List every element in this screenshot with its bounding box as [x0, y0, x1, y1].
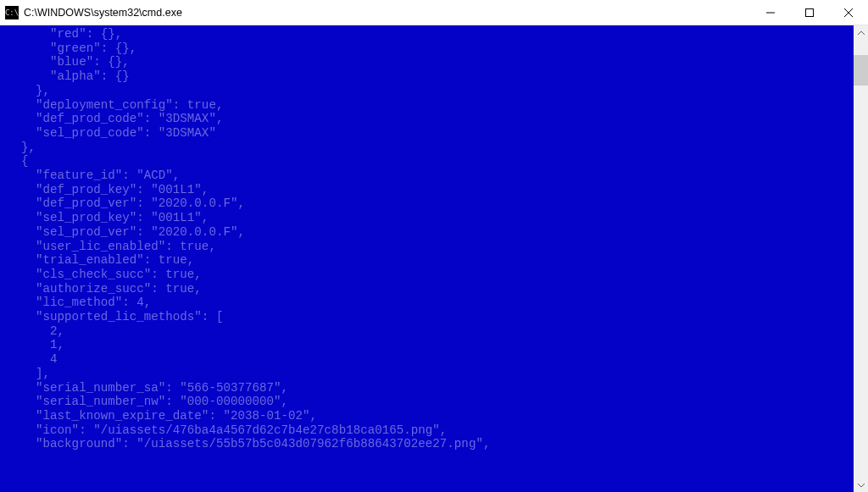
scroll-down-button[interactable] [854, 478, 868, 492]
maximize-icon [805, 8, 814, 17]
terminal-line: "red": {}, [7, 27, 854, 41]
terminal-line: "cls_check_succ": true, [7, 268, 854, 282]
terminal-line: "sel_prod_ver": "2020.0.0.F", [7, 225, 854, 240]
terminal-line: "user_lic_enabled": true, [7, 240, 854, 254]
terminal-line: "sel_prod_key": "001L1", [7, 211, 854, 225]
terminal-line: 2, [7, 324, 854, 339]
terminal-line: 4 [7, 352, 854, 367]
terminal-line: }, [7, 84, 854, 98]
terminal-line: 1, [7, 338, 854, 352]
svg-rect-1 [806, 8, 814, 16]
terminal-line: "serial_number_sa": "566-50377687", [7, 381, 854, 395]
minimize-button[interactable] [751, 0, 790, 25]
terminal-line: "supported_lic_methods": [ [7, 310, 854, 324]
terminal-line: "lic_method": 4, [7, 296, 854, 310]
terminal-line: "feature_id": "ACD", [7, 169, 854, 183]
minimize-icon [766, 8, 775, 17]
app-icon: C:\ [5, 6, 19, 19]
close-button[interactable] [829, 0, 868, 25]
window-titlebar: C:\ C:\WINDOWS\system32\cmd.exe [0, 0, 868, 25]
terminal-line: "blue": {}, [7, 55, 854, 69]
chevron-down-icon [858, 484, 865, 487]
maximize-button[interactable] [790, 0, 829, 25]
chevron-up-icon [858, 31, 865, 35]
scroll-up-button[interactable] [854, 25, 868, 40]
terminal-line: "def_prod_key": "001L1", [7, 183, 854, 197]
terminal-line: "trial_enabled": true, [7, 253, 854, 268]
terminal-line: "def_prod_code": "3DSMAX", [7, 112, 854, 126]
vertical-scrollbar[interactable] [854, 25, 868, 492]
scroll-thumb[interactable] [854, 55, 868, 86]
terminal-line: "authorize_succ": true, [7, 282, 854, 296]
terminal-line: "def_prod_ver": "2020.0.0.F", [7, 196, 854, 211]
terminal-output[interactable]: "red": {}, "green": {}, "blue": {}, "alp… [0, 25, 854, 492]
terminal-line: "sel_prod_code": "3DSMAX" [7, 126, 854, 141]
terminal-line: "alpha": {} [7, 69, 854, 84]
terminal-line: "deployment_config": true, [7, 98, 854, 113]
terminal-line: ], [7, 367, 854, 381]
terminal-line: }, [7, 141, 854, 155]
close-icon [844, 8, 853, 17]
terminal-line: "green": {}, [7, 41, 854, 56]
terminal-line: "background": "/uiassets/55b57b5c043d079… [7, 437, 854, 451]
client-area: "red": {}, "green": {}, "blue": {}, "alp… [0, 25, 868, 492]
terminal-line: "icon": "/uiassets/476ba4a4567d62c7b4e27… [7, 423, 854, 438]
terminal-line: "last_known_expire_date": "2038-01-02", [7, 409, 854, 423]
window-title: C:\WINDOWS\system32\cmd.exe [24, 7, 182, 19]
terminal-line: "serial_number_nw": "000-00000000", [7, 395, 854, 409]
terminal-line: { [7, 154, 854, 169]
